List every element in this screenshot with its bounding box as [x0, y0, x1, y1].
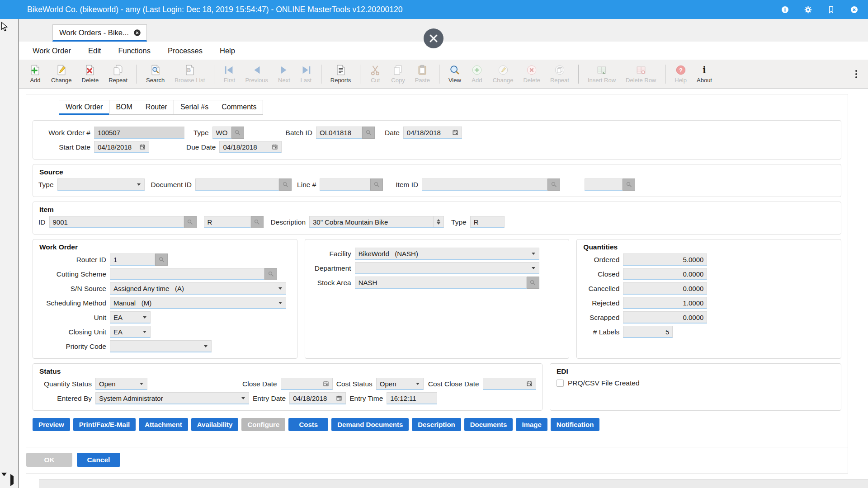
router-id-lookup-button[interactable]: [155, 253, 168, 266]
calendar-icon[interactable]: [449, 129, 458, 136]
info-icon[interactable]: [780, 5, 790, 14]
toolbar-add-button[interactable]: Add: [24, 64, 46, 84]
scroll-right-icon[interactable]: [10, 474, 14, 486]
dialog-close-button[interactable]: [423, 28, 444, 49]
due-date-field[interactable]: 04/18/2018: [219, 141, 282, 153]
tab-comments[interactable]: Comments: [215, 100, 263, 115]
priority-code-select[interactable]: [110, 340, 212, 352]
toolbar-button-label: Help: [675, 77, 687, 84]
toolbar-view-button[interactable]: View: [443, 64, 466, 84]
tab-bom[interactable]: BOM: [109, 100, 139, 115]
print-fax-e-mail-button[interactable]: Print/Fax/E-Mail: [73, 418, 136, 431]
document-id-lookup-button[interactable]: [279, 178, 292, 191]
costs-button[interactable]: Costs: [288, 418, 328, 431]
toolbar-delete-button[interactable]: Delete: [77, 64, 104, 84]
menu-help[interactable]: Help: [220, 47, 235, 55]
toolbar-change-button[interactable]: Change: [46, 64, 77, 84]
qty-ordered-field[interactable]: 5.0000: [623, 253, 707, 266]
image-button[interactable]: Image: [516, 418, 547, 431]
menu-work-order[interactable]: Work Order: [33, 47, 71, 55]
tab-serial-s[interactable]: Serial #s: [174, 100, 215, 115]
item-revision-field[interactable]: R: [204, 216, 251, 228]
toolbar-about-button[interactable]: iAbout: [692, 64, 717, 84]
quantity-status-select[interactable]: Open: [95, 378, 147, 390]
document-id-field[interactable]: [195, 178, 279, 191]
tab-router[interactable]: Router: [139, 100, 174, 115]
type-field[interactable]: WO: [212, 127, 231, 139]
department-select[interactable]: [355, 262, 539, 274]
batch-id-lookup-button[interactable]: [362, 127, 375, 139]
rail-scroll-arrows[interactable]: [1, 476, 14, 484]
item-revision-lookup-button[interactable]: [251, 216, 264, 228]
tab-close-icon[interactable]: [133, 29, 141, 37]
source-item-revision-lookup-button[interactable]: [623, 178, 635, 191]
notification-button[interactable]: Notification: [551, 418, 600, 431]
qty-rejected-field[interactable]: 1.0000: [623, 297, 707, 309]
item-id-lookup-button[interactable]: [184, 216, 197, 228]
toolbar-repeat-button[interactable]: Repeat: [104, 64, 132, 84]
closing-unit-select[interactable]: EA: [110, 326, 151, 338]
menu-functions[interactable]: Functions: [118, 47, 151, 55]
item-id-field[interactable]: 9001: [49, 216, 184, 228]
source-item-id-lookup-button[interactable]: [547, 178, 560, 191]
bookmark-icon[interactable]: [826, 5, 836, 14]
qty-labels-field[interactable]: 5: [623, 326, 673, 338]
source-item-revision-field[interactable]: [585, 178, 623, 191]
menu-edit[interactable]: Edit: [88, 47, 101, 55]
sn-source-select[interactable]: Assigned Any time (A): [110, 282, 286, 295]
documents-button[interactable]: Documents: [464, 418, 513, 431]
toolbar-button-label: Browse List: [175, 77, 205, 84]
description-field[interactable]: 30" Cobra Mountain Bike: [309, 216, 444, 228]
start-date-field[interactable]: 04/18/2018: [94, 141, 149, 153]
demand-documents-button[interactable]: Demand Documents: [331, 418, 409, 431]
calendar-icon[interactable]: [333, 395, 342, 401]
cost-close-date-field[interactable]: [483, 378, 536, 390]
line-number-field[interactable]: [320, 178, 370, 191]
qty-scrapped-field[interactable]: 0.0000: [623, 311, 707, 324]
toolbar-reports-button[interactable]: Reports: [326, 64, 356, 84]
stock-area-field[interactable]: NASH: [355, 277, 527, 289]
settings-icon[interactable]: [803, 5, 813, 14]
calendar-icon[interactable]: [137, 144, 146, 150]
toolbar-separator: [137, 65, 137, 84]
menu-processes[interactable]: Processes: [168, 47, 203, 55]
line-number-lookup-button[interactable]: [370, 178, 383, 191]
prq-csv-file-created-checkbox[interactable]: [557, 380, 564, 387]
close-date-field[interactable]: [281, 378, 333, 390]
document-tab[interactable]: Work Orders - Bike...: [52, 24, 147, 42]
facility-select[interactable]: BikeWorld (NASH): [355, 248, 539, 260]
tab-work-order[interactable]: Work Order: [59, 100, 109, 115]
cost-status-select[interactable]: Open: [376, 378, 424, 390]
cutting-scheme-field[interactable]: [110, 268, 264, 280]
description-spinner[interactable]: [434, 216, 440, 227]
toolbar-search-button[interactable]: Search: [141, 64, 170, 84]
item-type-field[interactable]: R: [470, 216, 505, 228]
qty-cancelled-field[interactable]: 0.0000: [623, 282, 707, 295]
attachment-button[interactable]: Attachment: [139, 418, 188, 431]
cancel-button[interactable]: Cancel: [77, 453, 120, 467]
entered-by-select[interactable]: System Administrator: [95, 392, 249, 404]
qty-closed-field[interactable]: 0.0000: [623, 268, 707, 280]
unit-select[interactable]: EA: [110, 311, 151, 324]
calendar-icon[interactable]: [320, 380, 329, 387]
scheduling-method-select[interactable]: Manual (M): [110, 297, 286, 309]
type-lookup-button[interactable]: [231, 127, 244, 139]
source-item-id-field[interactable]: [422, 178, 547, 191]
cutting-scheme-lookup-button[interactable]: [264, 268, 277, 280]
preview-button[interactable]: Preview: [33, 418, 70, 431]
availability-button[interactable]: Availability: [191, 418, 239, 431]
toolbar-overflow-button[interactable]: [851, 67, 862, 81]
scroll-down-icon[interactable]: [1, 473, 7, 484]
work-order-number-field[interactable]: 100507: [94, 127, 184, 139]
stock-area-lookup-button[interactable]: [527, 277, 539, 289]
entry-time-field[interactable]: 16:12:11: [387, 392, 437, 404]
close-icon[interactable]: [849, 5, 859, 14]
calendar-icon[interactable]: [524, 380, 533, 387]
date-field[interactable]: 04/18/2018: [403, 127, 462, 139]
calendar-icon[interactable]: [269, 144, 278, 150]
entry-date-field[interactable]: 04/18/2018: [289, 392, 346, 404]
description-button[interactable]: Description: [412, 418, 461, 431]
router-id-field[interactable]: 1: [110, 253, 155, 266]
source-type-select[interactable]: [57, 178, 145, 191]
batch-id-field[interactable]: OL041818: [316, 127, 362, 139]
